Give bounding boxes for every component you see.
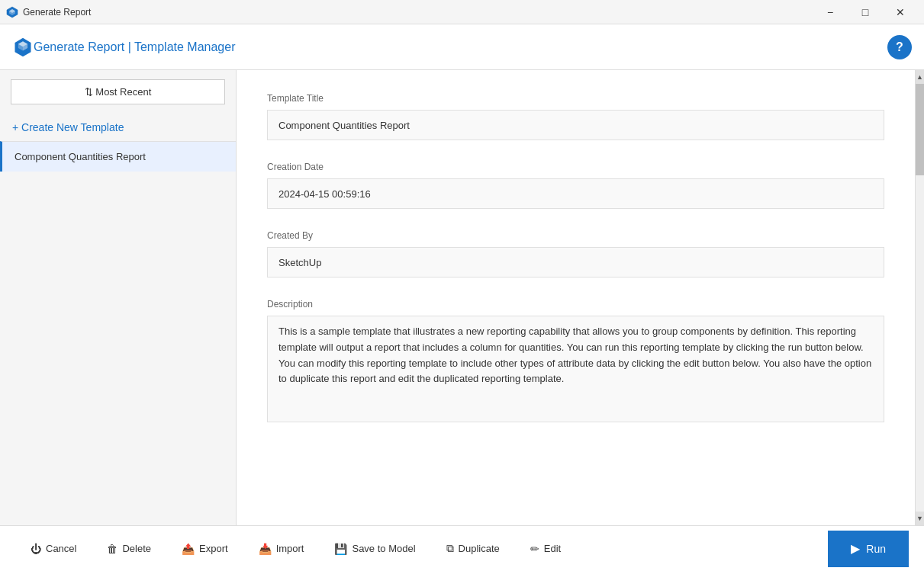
edit-button[interactable]: ✏ Edit: [515, 526, 576, 571]
scrollbar-down-arrow[interactable]: ▼: [916, 512, 924, 525]
description-group: Description This is a sample template th…: [267, 299, 884, 422]
delete-label: Delete: [122, 543, 151, 554]
title-bar-controls: − □ ✕: [813, 0, 918, 24]
minimize-button[interactable]: −: [813, 0, 848, 24]
help-button[interactable]: ?: [887, 35, 912, 59]
title-bar: Generate Report − □ ✕: [0, 0, 924, 24]
edit-label: Edit: [544, 543, 561, 554]
save-icon: 💾: [334, 543, 347, 555]
created-by-group: Created By SketchUp: [267, 230, 884, 277]
delete-icon: 🗑: [107, 543, 118, 555]
import-label: Import: [276, 543, 304, 554]
edit-icon: ✏: [530, 543, 539, 555]
creation-date-value: 2024-04-15 00:59:16: [267, 178, 884, 209]
run-button[interactable]: ▶ Run: [828, 531, 909, 567]
sidebar: ⇅ Most Recent + Create New Template Comp…: [0, 70, 237, 525]
sketchup-logo: [12, 37, 34, 58]
import-icon: 📥: [259, 543, 272, 555]
header-app-name: Generate Report | Template Manager: [34, 40, 235, 54]
creation-date-group: Creation Date 2024-04-15 00:59:16: [267, 162, 884, 209]
template-title-group: Template Title Component Quantities Repo…: [267, 93, 884, 140]
description-label: Description: [267, 299, 884, 310]
creation-date-label: Creation Date: [267, 162, 884, 172]
cancel-button[interactable]: ⏻ Cancel: [15, 526, 92, 571]
created-by-label: Created By: [267, 230, 884, 241]
scrollbar-track: ▲ ▼: [915, 70, 924, 525]
sort-button[interactable]: ⇅ Most Recent: [11, 79, 225, 104]
footer: ⏻ Cancel 🗑 Delete 📤 Export 📥 Import 💾 Sa…: [0, 525, 924, 571]
template-title-label: Template Title: [267, 93, 884, 104]
scrollbar-thumb[interactable]: [916, 84, 924, 175]
run-icon: ▶: [851, 541, 860, 556]
template-title-value: Component Quantities Report: [267, 110, 884, 140]
cancel-label: Cancel: [46, 543, 76, 554]
duplicate-icon: ⧉: [446, 542, 454, 555]
sidebar-item-component-quantities[interactable]: Component Quantities Report: [0, 141, 236, 172]
close-button[interactable]: ✕: [883, 0, 918, 24]
created-by-value: SketchUp: [267, 247, 884, 277]
run-label: Run: [866, 543, 886, 555]
save-to-model-label: Save to Model: [352, 543, 415, 554]
export-label: Export: [199, 543, 228, 554]
scrollbar-up-arrow[interactable]: ▲: [916, 70, 924, 84]
create-new-template-button[interactable]: + Create New Template: [0, 114, 236, 141]
description-value: This is a sample template that illustrat…: [267, 316, 884, 422]
save-to-model-button[interactable]: 💾 Save to Model: [319, 526, 430, 571]
title-bar-text: Generate Report: [23, 7, 813, 18]
duplicate-label: Duplicate: [459, 543, 500, 554]
import-button[interactable]: 📥 Import: [243, 526, 320, 571]
export-icon: 📤: [182, 543, 195, 555]
app-icon: [6, 6, 18, 18]
scrollbar-gutter: [916, 175, 924, 512]
cancel-icon: ⏻: [31, 543, 41, 555]
main-layout: ⇅ Most Recent + Create New Template Comp…: [0, 70, 924, 525]
maximize-button[interactable]: □: [848, 0, 883, 24]
duplicate-button[interactable]: ⧉ Duplicate: [431, 526, 515, 571]
delete-button[interactable]: 🗑 Delete: [92, 526, 166, 571]
content-area: Template Title Component Quantities Repo…: [237, 70, 915, 525]
header: Generate Report | Template Manager ?: [0, 24, 924, 70]
export-button[interactable]: 📤 Export: [166, 526, 243, 571]
